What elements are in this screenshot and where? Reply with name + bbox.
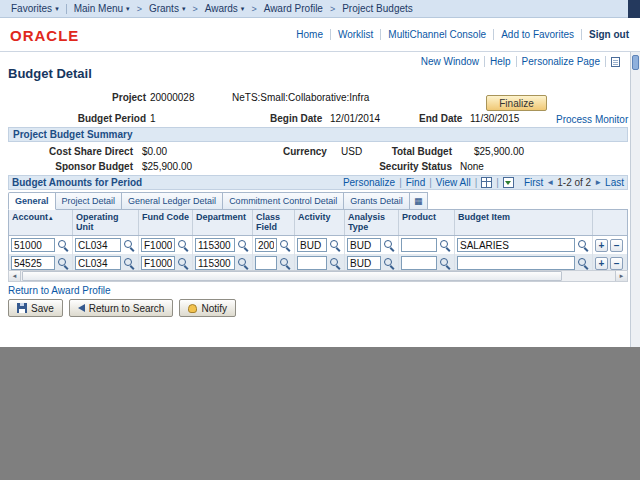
breadcrumb-main-menu[interactable]: Main Menu ▾ — [69, 3, 135, 14]
lookup-icon[interactable] — [123, 257, 135, 269]
column-header-activity[interactable]: Activity — [295, 210, 345, 235]
column-header-product[interactable]: Product — [399, 210, 455, 235]
lookup-icon[interactable] — [439, 239, 451, 251]
vertical-scrollbar-thumb[interactable] — [632, 55, 639, 70]
class-field-input[interactable] — [255, 238, 277, 252]
zoom-grid-icon[interactable] — [481, 177, 492, 188]
breadcrumb: Favorites ▾ Main Menu ▾ > Grants ▾ > Awa… — [0, 0, 640, 18]
worklist-link[interactable]: Worklist — [330, 29, 380, 40]
lookup-icon[interactable] — [279, 257, 291, 269]
fund-code-input[interactable] — [141, 256, 175, 270]
sign-out-link[interactable]: Sign out — [581, 29, 636, 40]
breadcrumb-grants[interactable]: Grants ▾ — [144, 3, 191, 14]
breadcrumb-separator-icon: > — [137, 4, 142, 14]
return-to-award-profile-link[interactable]: Return to Award Profile — [8, 285, 111, 296]
column-header-class-field[interactable]: Class Field — [253, 210, 295, 235]
help-link[interactable]: Help — [485, 56, 517, 67]
lookup-icon[interactable] — [177, 239, 189, 251]
tab-general[interactable]: General — [8, 192, 56, 210]
tab-project-detail[interactable]: Project Detail — [56, 192, 123, 210]
section-title: Budget Amounts for Period — [12, 177, 142, 188]
operating-unit-input[interactable] — [75, 238, 121, 252]
column-header-department[interactable]: Department — [193, 210, 253, 235]
lookup-icon[interactable] — [439, 257, 451, 269]
analysis-type-input[interactable] — [347, 256, 381, 270]
pager-last-link[interactable]: Last — [605, 177, 624, 188]
pager-first-link[interactable]: First — [524, 177, 543, 188]
breadcrumb-award-profile[interactable]: Award Profile — [259, 3, 328, 14]
sort-ascending-icon: ▴ — [49, 214, 53, 221]
scroll-right-icon[interactable]: ► — [615, 271, 627, 281]
personalize-link[interactable]: Personalize — [341, 177, 397, 188]
toolbar-separator — [494, 177, 501, 188]
operating-unit-input[interactable] — [75, 256, 121, 270]
add-row-button[interactable]: + — [595, 257, 608, 270]
save-button[interactable]: Save — [8, 299, 63, 317]
notify-button[interactable]: Notify — [179, 299, 236, 317]
lookup-icon[interactable] — [57, 239, 69, 251]
column-header-analysis-type[interactable]: Analysis Type — [345, 210, 399, 235]
delete-row-button[interactable]: – — [610, 257, 623, 270]
product-input[interactable] — [401, 238, 437, 252]
save-icon — [17, 303, 27, 313]
pager-next-icon[interactable]: ► — [594, 178, 602, 187]
begin-date-value: 12/01/2014 — [330, 113, 380, 124]
lookup-icon[interactable] — [237, 257, 249, 269]
show-all-columns-icon[interactable]: ▦ — [410, 192, 428, 210]
budget-item-input[interactable] — [457, 238, 575, 252]
find-link[interactable]: Find — [404, 177, 427, 188]
finalize-button[interactable]: Finalize — [486, 95, 547, 111]
department-input[interactable] — [195, 256, 235, 270]
security-status-value: None — [460, 161, 484, 172]
lookup-icon[interactable] — [383, 257, 395, 269]
product-input[interactable] — [401, 256, 437, 270]
breadcrumb-project-budgets[interactable]: Project Budgets — [337, 3, 418, 14]
activity-input[interactable] — [297, 238, 327, 252]
column-header-operating-unit[interactable]: Operating Unit — [73, 210, 139, 235]
home-link[interactable]: Home — [289, 29, 330, 40]
copy-url-icon[interactable] — [611, 57, 620, 67]
vertical-scrollbar[interactable] — [630, 52, 640, 347]
add-row-button[interactable]: + — [595, 239, 608, 252]
tab-grants-detail[interactable]: Grants Detail — [344, 192, 410, 210]
lookup-icon[interactable] — [177, 257, 189, 269]
delete-row-button[interactable]: – — [610, 239, 623, 252]
breadcrumb-awards[interactable]: Awards ▾ — [200, 3, 250, 14]
horizontal-scrollbar[interactable]: ◄ ► — [8, 270, 628, 282]
lookup-icon[interactable] — [329, 239, 341, 251]
column-header-fund-code[interactable]: Fund Code — [139, 210, 193, 235]
tab-general-ledger-detail[interactable]: General Ledger Detail — [122, 192, 223, 210]
lookup-icon[interactable] — [383, 239, 395, 251]
lookup-icon[interactable] — [329, 257, 341, 269]
horizontal-scrollbar-thumb[interactable] — [22, 271, 562, 281]
lookup-icon[interactable] — [577, 239, 589, 251]
fund-code-input[interactable] — [141, 238, 175, 252]
lookup-icon[interactable] — [279, 239, 291, 251]
tab-commitment-control-detail[interactable]: Commitment Control Detail — [223, 192, 344, 210]
scroll-left-icon[interactable]: ◄ — [9, 271, 21, 281]
view-all-link[interactable]: View All — [434, 177, 473, 188]
lookup-icon[interactable] — [237, 239, 249, 251]
column-header-account[interactable]: Account▴ — [9, 210, 73, 235]
lookup-icon[interactable] — [577, 257, 589, 269]
activity-input[interactable] — [297, 256, 327, 270]
new-window-link[interactable]: New Window — [416, 56, 485, 67]
end-date-label: End Date — [419, 113, 462, 124]
budget-item-input[interactable] — [457, 256, 575, 270]
pager-previous-icon[interactable]: ◄ — [546, 178, 554, 187]
department-input[interactable] — [195, 238, 235, 252]
download-icon[interactable] — [503, 177, 514, 188]
lookup-icon[interactable] — [57, 257, 69, 269]
analysis-type-input[interactable] — [347, 238, 381, 252]
return-to-search-button[interactable]: Return to Search — [69, 299, 174, 317]
add-to-favorites-link[interactable]: Add to Favorites — [493, 29, 581, 40]
lookup-icon[interactable] — [123, 239, 135, 251]
column-header-budget-item[interactable]: Budget Item — [455, 210, 593, 235]
process-monitor-link[interactable]: Process Monitor — [556, 114, 628, 125]
personalize-page-link[interactable]: Personalize Page — [517, 56, 606, 67]
breadcrumb-favorites[interactable]: Favorites ▾ — [6, 3, 64, 14]
account-input[interactable] — [11, 238, 55, 252]
class-field-input[interactable] — [255, 256, 277, 270]
multichannel-console-link[interactable]: MultiChannel Console — [380, 29, 493, 40]
account-input[interactable] — [11, 256, 55, 270]
